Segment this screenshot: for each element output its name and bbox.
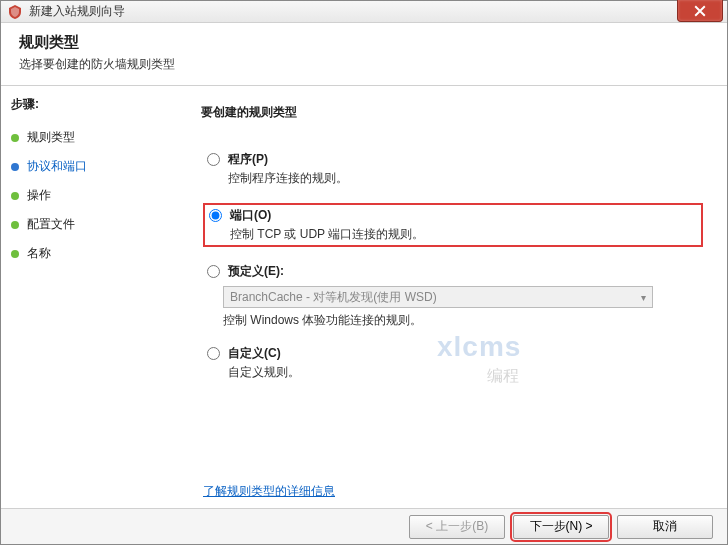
sidebar-item-action[interactable]: 操作	[11, 181, 167, 210]
sidebar-item-label: 配置文件	[27, 216, 75, 233]
sidebar-item-label: 规则类型	[27, 129, 75, 146]
radio-title: 程序(P)	[228, 151, 348, 168]
sidebar-item-rule-type[interactable]: 规则类型	[11, 123, 167, 152]
radio-title: 端口(O)	[230, 207, 424, 224]
sidebar-item-name[interactable]: 名称	[11, 239, 167, 268]
next-button[interactable]: 下一步(N) >	[513, 515, 609, 539]
sidebar-item-label: 操作	[27, 187, 51, 204]
bullet-icon	[11, 221, 19, 229]
radio-title: 预定义(E):	[228, 263, 284, 280]
radio-desc: 控制 TCP 或 UDP 端口连接的规则。	[230, 226, 424, 243]
predefined-dropdown[interactable]: BranchCache - 对等机发现(使用 WSD) ▾	[223, 286, 653, 308]
chevron-down-icon: ▾	[641, 292, 646, 303]
radio-predefined[interactable]: 预定义(E):	[203, 261, 703, 282]
radio-title: 自定义(C)	[228, 345, 300, 362]
learn-more-link[interactable]: 了解规则类型的详细信息	[203, 484, 335, 498]
bullet-icon	[11, 250, 19, 258]
help-link-row: 了解规则类型的详细信息	[203, 483, 703, 500]
close-button[interactable]	[677, 0, 723, 22]
radio-port-input[interactable]	[209, 209, 222, 222]
content-pane: 要创建的规则类型 程序(P) 控制程序连接的规则。 端口(O) 控制 TCP 或…	[177, 86, 727, 508]
content-question: 要创建的规则类型	[201, 104, 703, 121]
bullet-icon	[11, 134, 19, 142]
app-icon	[7, 4, 23, 20]
window-title: 新建入站规则向导	[29, 3, 125, 20]
bullet-icon	[11, 192, 19, 200]
body-area: 步骤: 规则类型 协议和端口 操作 配置文件 名称 要创	[1, 86, 727, 508]
sidebar: 步骤: 规则类型 协议和端口 操作 配置文件 名称	[1, 86, 177, 508]
radio-desc: 自定义规则。	[228, 364, 300, 381]
radio-group: 程序(P) 控制程序连接的规则。 端口(O) 控制 TCP 或 UDP 端口连接…	[203, 149, 703, 383]
sidebar-item-label: 名称	[27, 245, 51, 262]
sidebar-item-profile[interactable]: 配置文件	[11, 210, 167, 239]
wizard-window: 新建入站规则向导 规则类型 选择要创建的防火墙规则类型 步骤: 规则类型 协议和…	[0, 0, 728, 545]
predefined-desc: 控制 Windows 体验功能连接的规则。	[223, 312, 703, 329]
sidebar-item-protocol-port[interactable]: 协议和端口	[11, 152, 167, 181]
cancel-button[interactable]: 取消	[617, 515, 713, 539]
header-area: 规则类型 选择要创建的防火墙规则类型	[1, 23, 727, 86]
radio-predefined-label: 预定义(E):	[228, 263, 284, 280]
back-button[interactable]: < 上一步(B)	[409, 515, 505, 539]
radio-program[interactable]: 程序(P) 控制程序连接的规则。	[203, 149, 703, 189]
radio-port-label: 端口(O) 控制 TCP 或 UDP 端口连接的规则。	[230, 207, 424, 243]
steps-label: 步骤:	[11, 96, 167, 113]
radio-custom[interactable]: 自定义(C) 自定义规则。	[203, 343, 703, 383]
radio-predefined-input[interactable]	[207, 265, 220, 278]
radio-program-label: 程序(P) 控制程序连接的规则。	[228, 151, 348, 187]
dropdown-value: BranchCache - 对等机发现(使用 WSD)	[230, 289, 437, 306]
radio-desc: 控制程序连接的规则。	[228, 170, 348, 187]
radio-custom-label: 自定义(C) 自定义规则。	[228, 345, 300, 381]
bullet-icon	[11, 163, 19, 171]
page-subtitle: 选择要创建的防火墙规则类型	[19, 56, 709, 73]
footer: < 上一步(B) 下一步(N) > 取消	[1, 508, 727, 544]
page-title: 规则类型	[19, 33, 709, 52]
titlebar: 新建入站规则向导	[1, 1, 727, 23]
sidebar-item-label: 协议和端口	[27, 158, 87, 175]
radio-custom-input[interactable]	[207, 347, 220, 360]
radio-program-input[interactable]	[207, 153, 220, 166]
radio-port[interactable]: 端口(O) 控制 TCP 或 UDP 端口连接的规则。	[203, 203, 703, 247]
